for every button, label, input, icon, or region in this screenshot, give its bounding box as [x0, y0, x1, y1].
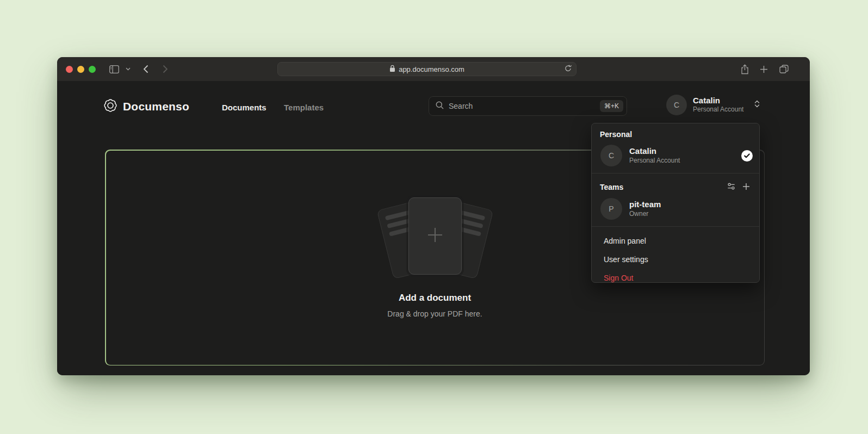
- zoom-window-button[interactable]: [89, 66, 96, 73]
- personal-section-header: Personal: [592, 123, 759, 141]
- create-team-icon[interactable]: [742, 183, 750, 192]
- manage-teams-icon[interactable]: [727, 182, 735, 192]
- team-role: Owner: [629, 210, 661, 219]
- menu-separator: [592, 173, 759, 173]
- brand-name: Documenso: [123, 100, 189, 113]
- menu-item-sign-out[interactable]: Sign Out: [592, 269, 759, 287]
- account-avatar: C: [666, 95, 687, 115]
- forward-button[interactable]: [159, 57, 171, 81]
- dropzone-title: Add a document: [399, 293, 471, 303]
- search-shortcut-badge: ⌘+K: [600, 100, 623, 112]
- dropzone-subtitle: Drag & drop your PDF here.: [387, 309, 482, 318]
- address-bar[interactable]: app.documenso.com: [277, 62, 576, 76]
- plus-icon: [426, 226, 444, 246]
- browser-titlebar: app.documenso.com: [57, 57, 810, 81]
- teams-section-header: Teams: [592, 176, 759, 195]
- team-avatar: P: [600, 198, 622, 220]
- account-dropdown-menu: Personal C Catalin Personal Account Team…: [591, 123, 760, 283]
- teams-header-label: Teams: [600, 183, 623, 191]
- menu-item-user-settings[interactable]: User settings: [592, 250, 759, 269]
- app-page: Documenso Documents Templates Search ⌘+K…: [57, 81, 810, 375]
- search-icon: [436, 101, 444, 111]
- team-name: pit-team: [629, 200, 661, 210]
- account-menu-button[interactable]: C Catalin Personal Account: [666, 95, 760, 115]
- documenso-logo-icon: [103, 98, 117, 115]
- personal-subtitle: Personal Account: [629, 157, 680, 165]
- personal-avatar: C: [600, 145, 622, 166]
- tab-group-chevron-icon[interactable]: [123, 57, 132, 81]
- lock-icon: [389, 65, 395, 74]
- team-item[interactable]: P pit-team Owner: [592, 195, 759, 224]
- personal-name: Catalin: [629, 146, 680, 157]
- personal-account-item[interactable]: C Catalin Personal Account: [592, 141, 759, 171]
- back-button[interactable]: [140, 57, 152, 81]
- stack-card-center: [408, 197, 462, 275]
- search-placeholder: Search: [449, 102, 595, 110]
- documenso-brand[interactable]: Documenso: [103, 98, 189, 115]
- traffic-lights: [66, 57, 96, 81]
- document-stack-illustration: [378, 197, 492, 278]
- account-name: Catalin: [693, 96, 743, 106]
- close-window-button[interactable]: [66, 66, 73, 73]
- selected-check-icon: [741, 150, 753, 162]
- share-icon[interactable]: [738, 57, 751, 81]
- new-tab-icon[interactable]: [757, 57, 770, 81]
- nav-documents[interactable]: Documents: [222, 103, 266, 112]
- menu-item-admin-panel[interactable]: Admin panel: [592, 232, 759, 250]
- search-input[interactable]: Search ⌘+K: [429, 96, 627, 116]
- chevrons-up-down-icon: [754, 100, 760, 110]
- menu-separator: [592, 226, 759, 227]
- reload-icon[interactable]: [565, 65, 572, 74]
- tab-overview-icon[interactable]: [777, 57, 791, 81]
- url-text: app.documenso.com: [399, 65, 464, 73]
- browser-window: app.documenso.com: [57, 57, 810, 375]
- sidebar-toggle-icon[interactable]: [107, 57, 121, 81]
- nav-templates[interactable]: Templates: [284, 103, 324, 112]
- account-type: Personal Account: [693, 106, 743, 114]
- minimize-window-button[interactable]: [77, 66, 84, 73]
